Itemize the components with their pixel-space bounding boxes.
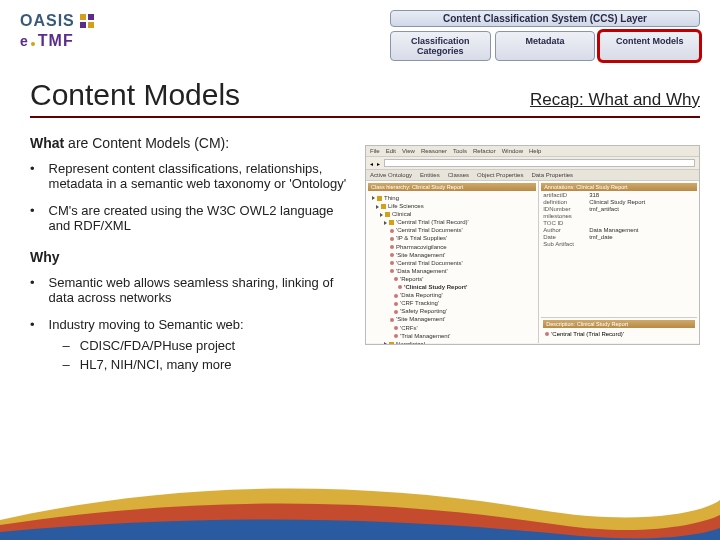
list-item: Represent content classifications, relat… <box>30 161 350 191</box>
oasis-logo: OASIS <box>20 12 95 30</box>
forward-icon: ▸ <box>377 160 380 167</box>
editor-toolbar: ◂ ▸ <box>366 157 699 170</box>
right-pane-header: Annotations: Clinical Study Report <box>541 183 697 191</box>
page-title: Content Models <box>30 78 240 112</box>
why-list: Semantic web allows seamless sharing, li… <box>30 275 350 376</box>
list-item: Industry moving to Semantic web: CDISC/F… <box>30 317 350 376</box>
class-tree: ThingLife SciencesClinical'Central Trial… <box>368 192 536 345</box>
layer-cell-content-models: Content Models <box>599 31 700 61</box>
content-column: What are Content Models (CM): Represent … <box>30 135 350 388</box>
why-heading: Why <box>30 249 350 265</box>
what-heading-rest: are Content Models (CM): <box>64 135 229 151</box>
layer-diagram: Content Classification System (CCS) Laye… <box>390 10 700 61</box>
logo-area: OASIS e TMF <box>20 12 95 50</box>
sub-list: CDISC/FDA/PHuse project HL7, NIH/NCI, ma… <box>49 338 244 372</box>
usage-header: Description: Clinical Study Report <box>543 320 695 328</box>
oasis-text: OASIS <box>20 12 75 30</box>
editor-right-pane: Annotations: Clinical Study Report artif… <box>539 181 699 343</box>
what-heading-bold: What <box>30 135 64 151</box>
bullet-icon <box>545 332 549 336</box>
layer-cell-classification: Classification Categories <box>390 31 491 61</box>
layer-top: Content Classification System (CCS) Laye… <box>390 10 700 27</box>
etmf-e: e <box>20 33 28 49</box>
svg-rect-0 <box>80 14 86 20</box>
what-list: Represent content classifications, relat… <box>30 161 350 233</box>
svg-rect-3 <box>88 22 94 28</box>
layer-cell-metadata: Metadata <box>495 31 596 61</box>
annotations-list: artifactID318definitionClinical Study Re… <box>541 192 697 248</box>
title-row: Content Models Recap: What and Why <box>30 78 700 118</box>
usage-pane: Description: Clinical Study Report 'Cent… <box>541 317 697 341</box>
svg-rect-2 <box>80 22 86 28</box>
editor-menu: File Edit View Reasoner Tools Refactor W… <box>366 146 699 157</box>
list-item: Semantic web allows seamless sharing, li… <box>30 275 350 305</box>
sub-item: CDISC/FDA/PHuse project <box>49 338 244 353</box>
editor-body: Class hierarchy: Clinical Study Report T… <box>366 181 699 343</box>
address-bar <box>384 159 695 167</box>
back-icon: ◂ <box>370 160 373 167</box>
left-pane-header: Class hierarchy: Clinical Study Report <box>368 183 536 191</box>
recap-title: Recap: What and Why <box>530 90 700 110</box>
editor-tabs: Active Ontology Entities Classes Object … <box>366 170 699 181</box>
layer-row: Classification Categories Metadata Conte… <box>390 31 700 61</box>
etmf-tmf: TMF <box>38 32 74 50</box>
what-heading: What are Content Models (CM): <box>30 135 350 151</box>
ontology-editor-screenshot: File Edit View Reasoner Tools Refactor W… <box>365 145 700 345</box>
svg-rect-1 <box>88 14 94 20</box>
list-item: CM's are created using the W3C OWL2 lang… <box>30 203 350 233</box>
etmf-logo: e TMF <box>20 32 95 50</box>
etmf-dot-icon <box>31 42 35 46</box>
oasis-icon <box>79 13 95 29</box>
footer-swoosh <box>0 470 720 540</box>
sub-item: HL7, NIH/NCI, many more <box>49 357 244 372</box>
editor-left-pane: Class hierarchy: Clinical Study Report T… <box>366 181 539 343</box>
